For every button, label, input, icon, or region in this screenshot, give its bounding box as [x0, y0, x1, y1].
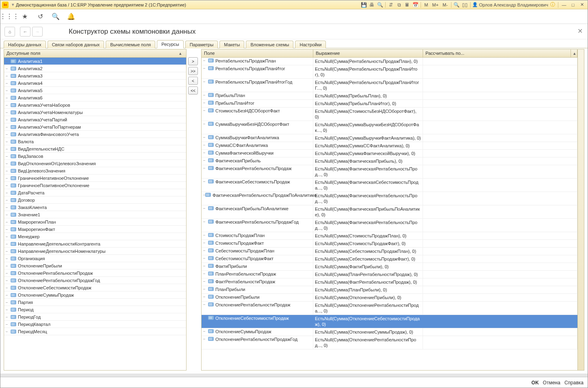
table-row[interactable]: –СтоимостьПродажПлан ЕстьNull(Сумма(Стои…: [202, 232, 577, 240]
preview-icon[interactable]: 🔍: [376, 2, 384, 8]
col-calculate-header[interactable]: Рассчитывать по...: [423, 50, 571, 57]
table-row[interactable]: –ОтклонениеРентабельностиПродажГод ЕстьN…: [202, 336, 577, 349]
favorites-icon[interactable]: ★: [21, 13, 29, 21]
memory-mminus-button[interactable]: M-: [441, 2, 449, 7]
table-row[interactable]: –ПрибыльПланИтог ЕстьNull(Сумма(ПрибыльП…: [202, 100, 577, 108]
user-label[interactable]: 👤 Орлов Александр Владимирович: [472, 2, 548, 7]
remove-all-button[interactable]: <<: [188, 86, 198, 95]
forward-button[interactable]: →: [32, 27, 43, 37]
table-row[interactable]: –СтоимостьПродажФакт ЕстьNull(Сумма(Стои…: [202, 240, 577, 248]
list-item[interactable]: –Значение1: [4, 211, 186, 218]
table-row[interactable]: –РентабельностьПродажПлан ЕстьNull(Сумма…: [202, 58, 577, 65]
list-item[interactable]: –МакрорегионФакт: [4, 226, 186, 233]
list-item[interactable]: –ОтклонениеСебестоимостиПродаж: [4, 284, 186, 291]
list-item[interactable]: –ОтклонениеПрибыли: [4, 262, 186, 269]
info-icon[interactable]: ⓘ: [549, 2, 556, 8]
table-row[interactable]: –СебестоимостьПродажФакт ЕстьNull(Сумма(…: [202, 255, 577, 263]
history-icon[interactable]: ↺: [36, 13, 44, 21]
table-row[interactable]: –ФактическаяРентабельностьПродажПоАналит…: [202, 192, 577, 205]
col-field-header[interactable]: Поле: [202, 50, 313, 57]
available-fields-list[interactable]: –Аналитика1–Аналитика2–Аналитика3–Аналит…: [4, 58, 186, 370]
list-item[interactable]: –Договор: [4, 196, 186, 204]
list-item[interactable]: –Аналитика1: [4, 58, 186, 65]
table-row[interactable]: –ПланРентабельностиПродаж ЕстьNull(Сумма…: [202, 271, 577, 278]
list-item[interactable]: –НаправлениеДеятельностиКонтрагента: [4, 240, 186, 248]
table-row[interactable]: –ОтклонениеСуммыПродаж ЕстьNull(Сумма(От…: [202, 328, 577, 336]
cancel-button[interactable]: Отмена: [543, 380, 560, 386]
home-button[interactable]: ⌂: [4, 27, 15, 37]
list-item[interactable]: –НаправлениеДеятельностиНоменклатуры: [4, 248, 186, 255]
list-item[interactable]: –ВидЗапасов: [4, 153, 186, 160]
table-row[interactable]: –ФактическаяРентабельностьПродажГод Есть…: [202, 219, 577, 232]
calculator-icon[interactable]: 🖩: [404, 2, 411, 8]
list-item[interactable]: –Аналитика3: [4, 72, 186, 80]
table-row[interactable]: –СтоимостьБезНДСОборотФакт ЕстьNull(Сумм…: [202, 108, 577, 121]
close-page-button[interactable]: ✕: [577, 27, 583, 35]
table-row[interactable]: –ФактическаяПрибыльПоАналитике ЕстьNull(…: [202, 205, 577, 219]
list-item[interactable]: –Аналитика2: [4, 65, 186, 72]
table-row[interactable]: –ФактическаяСебестоимостьПродаж ЕстьNull…: [202, 179, 577, 192]
list-item[interactable]: –ВидЦелевогоЗначения: [4, 167, 186, 175]
apps-icon[interactable]: ⋮⋮⋮: [5, 13, 13, 21]
help-button[interactable]: Справка: [564, 380, 584, 386]
list-item[interactable]: –МакрорегионПлан: [4, 218, 186, 226]
list-item[interactable]: –Партия: [4, 299, 186, 306]
list-item[interactable]: –ЗаказКлиента: [4, 204, 186, 211]
add-all-button[interactable]: >>: [188, 67, 198, 75]
save-icon[interactable]: 💾: [360, 2, 367, 8]
list-item[interactable]: –ОтклонениеРентабельностиПродаж: [4, 269, 186, 277]
close-window-button[interactable]: ✕: [578, 2, 586, 8]
list-item[interactable]: –ПериодКвартал: [4, 321, 186, 328]
tab-3[interactable]: Ресурсы: [157, 40, 183, 48]
tab-0[interactable]: Наборы данных: [4, 41, 46, 48]
ok-button[interactable]: OK: [532, 380, 539, 386]
table-row[interactable]: –ОтклонениеРентабельностиПродаж ЕстьNull…: [202, 302, 577, 315]
table-row[interactable]: –СуммаВыручкиФактАналитика ЕстьNull(Сумм…: [202, 134, 577, 142]
table-row[interactable]: –ФактиПрибыли ЕстьNull(Сумма(ФактиПрибыл…: [202, 263, 577, 271]
tab-7[interactable]: Настройки: [295, 41, 326, 48]
list-item[interactable]: –АналитикаУчетаНаборов: [4, 101, 186, 109]
table-row[interactable]: –СуммаССФактАналитика ЕстьNull(Сумма(Сум…: [202, 142, 577, 150]
tab-5[interactable]: Макеты: [219, 41, 244, 48]
memory-m-button[interactable]: M: [423, 2, 430, 7]
copy-icon[interactable]: ⧉: [395, 2, 403, 8]
table-row[interactable]: –РентабельностьПродажПланИтогГод ЕстьNul…: [202, 79, 577, 92]
table-row[interactable]: –ПрибыльПлан ЕстьNull(Сумма(ПрибыльПлан)…: [202, 92, 577, 100]
table-row[interactable]: –ФактическаяПрибыль ЕстьNull(Сумма(Факти…: [202, 157, 577, 165]
table-row[interactable]: –СуммаВыручкиБезНДСОборотФакт ЕстьNull(С…: [202, 121, 577, 134]
side-scrollbar[interactable]: [577, 50, 584, 370]
resources-grid[interactable]: –РентабельностьПродажПлан ЕстьNull(Сумма…: [202, 58, 577, 370]
list-item[interactable]: –ДатаРасчета: [4, 189, 186, 196]
table-row[interactable]: –ОтклонениеПрибыли ЕстьNull(Сумма(Отклон…: [202, 294, 577, 302]
tab-2[interactable]: Вычисляемые поля: [106, 41, 155, 48]
table-row[interactable]: –СуммаФактическойВыручки ЕстьNull(Сумма(…: [202, 150, 577, 157]
tab-4[interactable]: Параметры: [185, 41, 218, 48]
col-expression-header[interactable]: Выражение: [313, 50, 423, 57]
zoom-icon[interactable]: 🔍: [453, 2, 460, 8]
table-row[interactable]: –ОтклонениеСебестоимостиПродаж ЕстьNull(…: [202, 315, 577, 328]
remove-button[interactable]: <: [188, 77, 198, 85]
back-button[interactable]: ←: [20, 27, 30, 37]
list-item[interactable]: –АналитикаУчетаПартий: [4, 116, 186, 123]
list-item[interactable]: –Менеджер: [4, 233, 186, 240]
tab-1[interactable]: Связи наборов данных: [48, 41, 104, 48]
add-button[interactable]: >: [188, 57, 198, 65]
table-row[interactable]: –СебестоимостьПродажПлан ЕстьNull(Сумма(…: [202, 248, 577, 255]
list-item[interactable]: –ГраничноеНегативноеОтклонение: [4, 175, 186, 182]
list-item[interactable]: –Организация: [4, 255, 186, 262]
maximize-button[interactable]: □: [569, 2, 577, 8]
table-row[interactable]: –ПланПрибыли ЕстьNull(Сумма(ПланПрибыли)…: [202, 286, 577, 294]
calendar-icon[interactable]: 📅: [412, 2, 419, 8]
list-item[interactable]: –ПериодГод: [4, 313, 186, 321]
list-item[interactable]: –ОтклонениеРентабельностиПродажГод: [4, 277, 186, 284]
tab-6[interactable]: Вложенные схемы: [246, 41, 293, 48]
table-row[interactable]: –ФактическаяРентабельностьПродаж ЕстьNul…: [202, 165, 577, 179]
list-item[interactable]: –Период: [4, 306, 186, 313]
list-item[interactable]: –Аналитика6: [4, 94, 186, 101]
scroll-up-icon[interactable]: ▴: [571, 50, 577, 57]
menu-dropdown-icon[interactable]: ▾: [12, 2, 14, 7]
list-item[interactable]: –Валюта: [4, 138, 186, 145]
list-item[interactable]: –ГраничноеПозитивноеОтклонение: [4, 182, 186, 189]
list-item[interactable]: –ВидОтклоненияОтЦелевогоЗначения: [4, 160, 186, 167]
list-item[interactable]: –ВидДеятельностиНДС: [4, 145, 186, 153]
